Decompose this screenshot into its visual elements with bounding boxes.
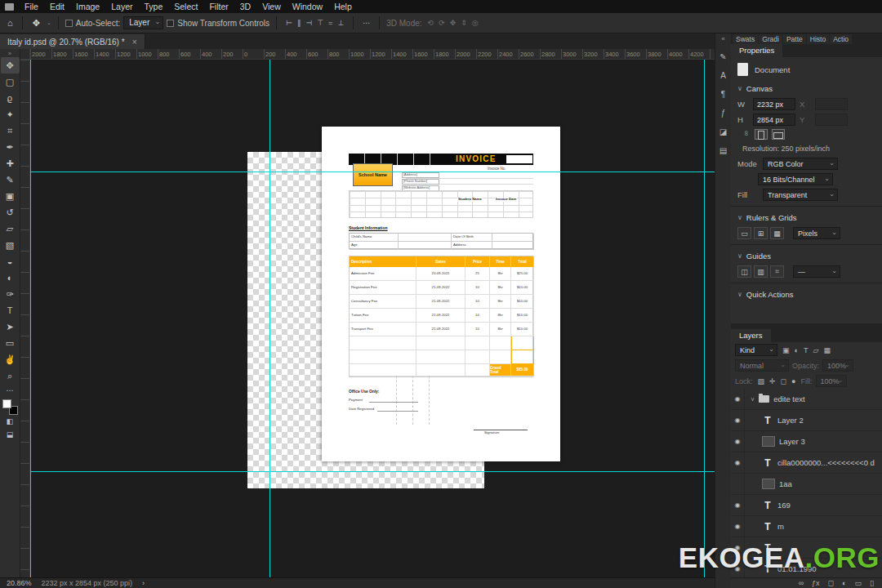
align-left-edges-icon[interactable]: ⊢	[283, 19, 295, 27]
panel-tab-actio[interactable]: Actio	[830, 34, 852, 44]
guide-vertical[interactable]	[30, 60, 31, 577]
panel-tab-histo[interactable]: Histo	[807, 34, 829, 44]
menu-select[interactable]: Select	[168, 1, 203, 12]
layer-row[interactable]: ◉Layer 3	[731, 431, 882, 452]
guide-vertical[interactable]	[704, 60, 705, 577]
tab-properties[interactable]: Properties	[731, 44, 782, 57]
type-tool-icon[interactable]: T	[1, 302, 20, 318]
dock-collapse-icon[interactable]: «	[721, 35, 724, 42]
visibility-toggle[interactable]: ◉	[731, 495, 745, 515]
layer-row[interactable]: ◉Tm	[731, 516, 882, 537]
align-horizontal-centers-icon[interactable]: ∥	[295, 19, 304, 27]
align-right-edges-icon[interactable]: ⊣	[303, 19, 314, 27]
brush-tool-icon[interactable]: ✎	[1, 172, 20, 188]
opacity-dropdown[interactable]: 100%	[822, 359, 853, 372]
y-field[interactable]	[815, 114, 848, 126]
close-icon[interactable]: ×	[132, 37, 137, 47]
align-vertical-centers-icon[interactable]: =	[326, 19, 335, 27]
tab-layers[interactable]: Layers	[731, 329, 771, 342]
layer-row[interactable]: 1aa	[731, 474, 882, 495]
layer-row[interactable]: ◉Tcilla0000000...<<<<<<<<0 d	[731, 452, 882, 474]
auto-select-dropdown[interactable]: Layer	[123, 16, 163, 29]
blur-tool-icon[interactable]: ◒	[1, 253, 20, 270]
zoom-level-field[interactable]: 20.86%	[7, 579, 32, 587]
menu-edit[interactable]: Edit	[44, 1, 70, 12]
filter-pixel-layers-icon[interactable]: ▣	[781, 346, 791, 354]
filter-smart-objects-icon[interactable]: ▦	[822, 346, 832, 354]
auto-select-checkbox[interactable]	[65, 20, 73, 27]
quick-mask-icon[interactable]: ◧	[1, 415, 20, 428]
marquee-tool-icon[interactable]: ▢	[1, 74, 20, 90]
menu-type[interactable]: Type	[138, 1, 168, 12]
menu-file[interactable]: File	[19, 1, 44, 12]
clear-guides-icon[interactable]: ⌗	[770, 265, 784, 278]
layer-fill-dropdown[interactable]: 100%	[816, 375, 847, 387]
menu-view[interactable]: View	[256, 1, 287, 12]
rulers-grids-section-header[interactable]: ∨ Rulers & Grids	[731, 210, 882, 225]
panel-tab-patte[interactable]: Patte	[783, 34, 806, 44]
layer-effects-icon[interactable]: ƒx	[810, 579, 822, 587]
quick-actions-section-header[interactable]: ∨ Quick Actions	[731, 287, 882, 302]
glyphs-panel-icon[interactable]: ƒ	[716, 104, 731, 122]
panel-tab-gradi[interactable]: Gradi	[759, 34, 782, 44]
rulers-toggle-icon[interactable]: ▭	[737, 227, 751, 239]
lock-transparency-icon[interactable]: ▨	[756, 377, 767, 385]
bit-depth-dropdown[interactable]: 16 Bits/Channel	[758, 173, 833, 185]
landscape-orientation-button[interactable]	[772, 129, 785, 140]
ruler-origin-corner[interactable]	[20, 49, 30, 60]
adjustment-layer-icon[interactable]: ◐	[840, 579, 848, 587]
guide-style-dropdown[interactable]: —	[793, 265, 840, 278]
toolbar-overflow-icon[interactable]: ⋯	[1, 384, 20, 397]
character-panel-icon[interactable]: A	[716, 66, 731, 85]
align-overflow-icon[interactable]: ⋯	[360, 19, 372, 27]
3d-scale-icon[interactable]: ◎	[470, 19, 481, 27]
home-icon[interactable]: ⌂	[5, 18, 16, 28]
3d-rotate-icon[interactable]: ⟲	[425, 19, 437, 27]
visibility-toggle[interactable]: ◉	[731, 410, 745, 430]
healing-brush-tool-icon[interactable]: ✚	[1, 155, 20, 172]
lock-pixels-icon[interactable]: ✛	[768, 377, 777, 385]
menu-window[interactable]: Window	[287, 1, 328, 12]
units-dropdown[interactable]: Pixels	[793, 227, 840, 239]
toolbar-collapse-icon[interactable]: »	[8, 50, 11, 57]
new-layer-icon[interactable]: ▯	[868, 579, 875, 587]
hand-tool-icon[interactable]: ✌	[1, 351, 20, 368]
status-expand-icon[interactable]: ›	[142, 579, 145, 587]
guide-horizontal[interactable]	[30, 471, 715, 472]
visibility-toggle[interactable]: ◉	[731, 516, 745, 537]
lasso-tool-icon[interactable]: ϱ	[1, 90, 20, 106]
filter-adjustment-layers-icon[interactable]: ◐	[793, 346, 800, 354]
layer-row[interactable]: ◉∨edite text	[731, 389, 882, 410]
visibility-toggle[interactable]: ◉	[731, 431, 745, 452]
path-selection-tool-icon[interactable]: ➤	[1, 318, 20, 335]
width-field[interactable]: 2232 px	[753, 98, 795, 110]
crop-tool-icon[interactable]: ⌗	[1, 122, 20, 139]
grid-toggle-icon[interactable]: ⊞	[754, 227, 768, 239]
layer-row[interactable]: ◉TLayer 2	[731, 410, 882, 431]
filter-type-layers-icon[interactable]: T	[802, 346, 810, 354]
layer-name[interactable]: Layer 3	[779, 437, 805, 446]
foreground-color-swatch[interactable]	[2, 399, 11, 408]
layer-name[interactable]: Layer 2	[777, 416, 804, 425]
screen-mode-icon[interactable]: ⬓	[1, 428, 20, 441]
layer-filter-kind-dropdown[interactable]: Kind	[735, 344, 777, 356]
layer-name[interactable]: edite text	[773, 394, 805, 403]
active-tool-icon[interactable]: ✥	[29, 18, 43, 29]
guide-vertical[interactable]	[270, 60, 270, 577]
tool-preset-caret-icon[interactable]: ⌄	[47, 20, 51, 26]
clone-stamp-tool-icon[interactable]: ▣	[1, 188, 20, 204]
x-field[interactable]	[815, 98, 848, 110]
new-guide-icon[interactable]: ◫	[737, 265, 751, 278]
layer-name[interactable]: 169	[777, 501, 791, 510]
canvas-area[interactable]: 2000180016001400120010008006004002000200…	[20, 49, 715, 577]
canvas-fill-dropdown[interactable]: Transparent	[763, 189, 838, 201]
document-tab[interactable]: Italy id.psd @ 20.7% (RGB/16) * ×	[0, 34, 145, 49]
pen-tool-icon[interactable]: ✑	[1, 286, 20, 302]
new-group-icon[interactable]: ▭	[853, 579, 864, 587]
menu-3d[interactable]: 3D	[234, 1, 256, 12]
align-top-edges-icon[interactable]: ⊤	[314, 19, 326, 27]
libraries-panel-icon[interactable]: ▤	[716, 141, 731, 160]
lock-all-icon[interactable]: ●	[790, 377, 797, 385]
layer-name[interactable]: m	[777, 522, 784, 531]
visibility-toggle[interactable]	[731, 474, 745, 494]
